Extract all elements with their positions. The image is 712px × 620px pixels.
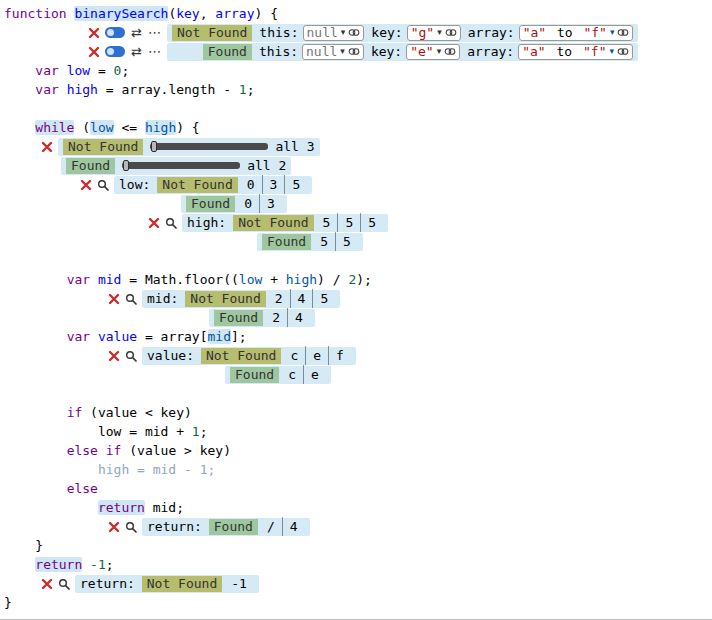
value-cell: 0 [242,194,259,213]
code-token: function [4,6,74,21]
code-token: -1 [90,557,106,572]
code-line: return mid; [4,498,712,517]
arg-label: key: [371,23,402,42]
code-token [4,329,67,344]
dropdown-value: "f" [583,42,606,61]
value-dropdown[interactable]: "e"▾ [406,44,460,60]
slider-handle[interactable] [151,141,157,152]
code-token: + [262,272,285,287]
code-token [4,405,67,420]
value-cell: e [303,365,326,384]
code-token: } [4,538,43,553]
slider-handle[interactable] [123,160,129,171]
link-icon[interactable] [617,28,629,37]
probe-label: low: [119,175,150,194]
magnifier-icon[interactable] [125,521,137,533]
close-icon[interactable] [88,46,100,58]
probe-highlight[interactable]: while [35,120,74,135]
iteration-slider[interactable] [150,143,268,150]
magnifier-icon[interactable] [125,350,137,362]
code-token: } [4,595,12,610]
chevron-down-icon: ▾ [341,28,346,37]
dropdown-value: to [549,23,580,42]
code-token: array[ [161,329,208,344]
arg-label: this: [259,23,298,42]
probe-row: Found24 [209,308,712,327]
magnifier-icon[interactable] [97,179,109,191]
status-badge: Not Found [185,291,265,307]
magnifier-icon[interactable] [165,217,177,229]
code-line: if (value < key) [4,403,712,422]
probe-strip: Found03 [181,195,287,213]
dropdown-value: to [549,42,580,61]
call-arg: this:null▾ [259,42,364,61]
close-icon[interactable] [80,179,92,191]
value-dropdown[interactable]: null▾ [303,25,365,41]
close-icon[interactable] [41,578,53,590]
code-token [98,443,106,458]
code-token: ; [200,424,208,439]
value-dropdown[interactable]: "a" to "f"▾ [519,25,634,41]
close-icon[interactable] [88,27,100,39]
value-dropdown[interactable]: "a" to "f"▾ [518,44,633,60]
value-cells: cef [288,346,350,365]
close-icon[interactable] [148,217,160,229]
code-token [4,557,35,572]
code-token: <= [114,120,145,135]
probe-highlight[interactable]: low [90,120,113,135]
chevron-down-icon: ▾ [610,28,615,37]
link-icon[interactable] [348,47,360,56]
link-icon[interactable] [445,28,457,37]
magnifier-icon[interactable] [125,293,137,305]
probe-highlight[interactable]: binarySearch [74,6,168,21]
close-icon[interactable] [108,521,120,533]
probe-highlight[interactable]: return [98,500,145,515]
value-cell: / [265,517,282,536]
probe-label: return: [147,517,202,536]
code-token: low [67,63,90,78]
probe-row: high:Not Found555 [148,213,712,232]
value-cells: 035 [245,175,307,194]
call-strip: Not Foundthis:null▾key:"g"▾array:"a" to … [167,24,639,42]
code-token: ]; [231,329,247,344]
close-icon[interactable] [108,293,120,305]
probe-highlight[interactable]: high [145,120,176,135]
status-badge: Found [66,158,115,174]
swap-icon[interactable]: ⇄ [131,26,142,39]
value-dropdown[interactable]: null▾ [302,44,364,60]
call-row: ⇄⋯Not Foundthis:null▾key:"g"▾array:"a" t… [88,23,712,42]
magnifier-icon[interactable] [58,578,70,590]
iteration-slider[interactable] [122,162,240,169]
code-token: mid [98,272,121,287]
close-icon[interactable] [108,350,120,362]
code-token: = [90,63,113,78]
probe-strip: value:Not Foundcef [142,347,356,365]
status-badge: Found [209,519,258,535]
toggle-switch[interactable] [105,27,125,38]
probe-highlight[interactable]: return [35,557,82,572]
more-icon[interactable]: ⋯ [148,45,161,58]
value-cell: 5 [318,232,335,251]
status-badge: Not Found [142,576,222,592]
status-badge: Found [262,234,311,250]
probe-row: mid:Not Found245 [108,289,712,308]
code-line: return -1; [4,555,712,574]
blank-line [4,384,712,403]
swap-icon[interactable]: ⇄ [131,45,142,58]
value-cell: c [288,346,305,365]
value-cells: -1 [229,574,254,593]
blank-line [4,251,712,270]
link-icon[interactable] [617,47,629,56]
toggle-switch[interactable] [105,46,125,57]
code-token [82,557,90,572]
probe-highlight[interactable]: mid [208,329,231,344]
blank-line [4,99,712,118]
close-icon[interactable] [41,141,53,153]
value-cells: 03 [242,194,282,213]
link-icon[interactable] [348,28,360,37]
probe-label: high: [187,213,226,232]
more-icon[interactable]: ⋯ [148,26,161,39]
code-token: = [98,82,121,97]
value-dropdown[interactable]: "g"▾ [407,25,461,41]
link-icon[interactable] [444,47,456,56]
